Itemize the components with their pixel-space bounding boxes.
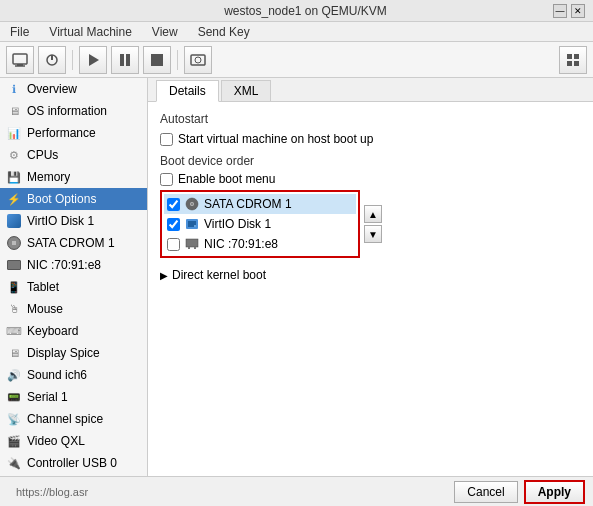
boot-item-virtio-disk[interactable]: VirtIO Disk 1 [164, 214, 356, 234]
svg-rect-0 [13, 54, 27, 64]
serial-icon: 📟 [6, 389, 22, 405]
os-icon: 🖥 [6, 103, 22, 119]
details-icon [565, 52, 581, 68]
sidebar-item-label-display: Display Spice [27, 346, 100, 360]
content-panel: Autostart Start virtual machine on host … [148, 102, 593, 476]
cpu-icon: ⚙ [6, 147, 22, 163]
sidebar-item-label-usb: Controller USB 0 [27, 456, 117, 470]
sidebar-item-tablet[interactable]: 📱 Tablet [0, 276, 147, 298]
direct-kernel-boot-label: Direct kernel boot [172, 268, 266, 282]
sidebar-item-label-keyboard: Keyboard [27, 324, 78, 338]
sidebar-item-serial[interactable]: 📟 Serial 1 [0, 386, 147, 408]
sidebar-item-sata-cdrom[interactable]: SATA CDROM 1 [0, 232, 147, 254]
autostart-checkbox[interactable] [160, 133, 173, 146]
autostart-section-title: Autostart [160, 112, 581, 126]
sidebar-item-controller-pci[interactable]: 🔌 Controller PCI 0 [0, 474, 147, 476]
toolbar [0, 42, 593, 78]
toolbar-power-btn[interactable] [38, 46, 66, 74]
sidebar-item-nic[interactable]: NIC :70:91:e8 [0, 254, 147, 276]
virtio-disk-icon [6, 213, 22, 229]
tabs: Details XML [148, 78, 593, 102]
enable-boot-menu-row: Enable boot menu [160, 172, 581, 186]
sidebar-item-video-qxl[interactable]: 🎬 Video QXL [0, 430, 147, 452]
sidebar-item-cpus[interactable]: ⚙ CPUs [0, 144, 147, 166]
sidebar-item-label-sound: Sound ich6 [27, 368, 87, 382]
sidebar-item-keyboard[interactable]: ⌨ Keyboard [0, 320, 147, 342]
toolbar-stop-btn[interactable] [143, 46, 171, 74]
sidebar-item-mouse[interactable]: 🖱 Mouse [0, 298, 147, 320]
status-bar-url: https://blog.asr [16, 486, 88, 498]
direct-kernel-boot-header[interactable]: ▶ Direct kernel boot [160, 268, 581, 282]
svg-rect-13 [567, 61, 572, 66]
video-icon: 🎬 [6, 433, 22, 449]
boot-item-nic-icon [184, 236, 200, 252]
sidebar-item-os-info[interactable]: 🖥 OS information [0, 100, 147, 122]
svg-point-10 [195, 57, 201, 63]
svg-rect-11 [567, 54, 572, 59]
boot-device-order-label: Boot device order [160, 154, 581, 168]
sidebar-item-label-cpu: CPUs [27, 148, 58, 162]
sidebar-item-label-video: Video QXL [27, 434, 85, 448]
sidebar-item-channel-spice[interactable]: 📡 Channel spice [0, 408, 147, 430]
boot-item-nic[interactable]: NIC :70:91:e8 [164, 234, 356, 254]
sidebar-item-label-tablet: Tablet [27, 280, 59, 294]
boot-item-virtio-disk-checkbox[interactable] [167, 218, 180, 231]
main-container: ℹ Overview 🖥 OS information 📊 Performanc… [0, 78, 593, 476]
svg-point-17 [191, 203, 193, 205]
sidebar-item-overview[interactable]: ℹ Overview [0, 78, 147, 100]
tab-xml[interactable]: XML [221, 80, 272, 101]
mouse-icon: 🖱 [6, 301, 22, 317]
sidebar-item-label-nic: NIC :70:91:e8 [27, 258, 101, 272]
menu-virtual-machine[interactable]: Virtual Machine [43, 23, 138, 41]
menu-view[interactable]: View [146, 23, 184, 41]
play-icon [85, 52, 101, 68]
menu-send-key[interactable]: Send Key [192, 23, 256, 41]
display-icon: 🖥 [6, 345, 22, 361]
menu-bar: File Virtual Machine View Send Key [0, 22, 593, 42]
sidebar-item-controller-usb[interactable]: 🔌 Controller USB 0 [0, 452, 147, 474]
toolbar-sep-1 [72, 50, 73, 70]
minimize-button[interactable]: — [553, 4, 567, 18]
title-bar-controls: — ✕ [553, 4, 585, 18]
boot-item-sata-cdrom-checkbox[interactable] [167, 198, 180, 211]
sidebar-item-display-spice[interactable]: 🖥 Display Spice [0, 342, 147, 364]
toolbar-play-btn[interactable] [79, 46, 107, 74]
sidebar-item-virtio-disk[interactable]: VirtIO Disk 1 [0, 210, 147, 232]
svg-rect-8 [151, 54, 163, 66]
apply-button[interactable]: Apply [524, 480, 585, 504]
boot-icon: ⚡ [6, 191, 22, 207]
title-bar-text: westos_node1 on QEMU/KVM [58, 4, 553, 18]
sidebar-item-boot-options[interactable]: ⚡ Boot Options [0, 188, 147, 210]
svg-rect-12 [574, 54, 579, 59]
toolbar-monitor-btn[interactable] [6, 46, 34, 74]
cancel-button[interactable]: Cancel [454, 481, 517, 503]
boot-item-sata-cdrom-icon [184, 196, 200, 212]
boot-item-sata-cdrom[interactable]: SATA CDROM 1 [164, 194, 356, 214]
boot-item-virtio-disk-icon [184, 216, 200, 232]
sidebar-item-sound[interactable]: 🔊 Sound ich6 [0, 364, 147, 386]
svg-rect-7 [126, 54, 130, 66]
svg-rect-22 [188, 247, 190, 249]
cdrom-icon [6, 235, 22, 251]
toolbar-pause-btn[interactable] [111, 46, 139, 74]
usb-icon: 🔌 [6, 455, 22, 471]
tab-details[interactable]: Details [156, 80, 219, 102]
sidebar-item-label-overview: Overview [27, 82, 77, 96]
sidebar-item-performance[interactable]: 📊 Performance [0, 122, 147, 144]
boot-order-up-btn[interactable]: ▲ [364, 205, 382, 223]
monitor-icon [12, 52, 28, 68]
svg-rect-21 [186, 239, 198, 247]
boot-order-down-btn[interactable]: ▼ [364, 225, 382, 243]
toolbar-snapshot-btn[interactable] [184, 46, 212, 74]
sidebar-item-label-sata-cdrom: SATA CDROM 1 [27, 236, 115, 250]
channel-icon: 📡 [6, 411, 22, 427]
sidebar-item-label-performance: Performance [27, 126, 96, 140]
close-button[interactable]: ✕ [571, 4, 585, 18]
boot-item-nic-checkbox[interactable] [167, 238, 180, 251]
enable-boot-menu-checkbox[interactable] [160, 173, 173, 186]
menu-file[interactable]: File [4, 23, 35, 41]
enable-boot-menu-label: Enable boot menu [178, 172, 275, 186]
autostart-checkbox-label: Start virtual machine on host boot up [178, 132, 373, 146]
toolbar-details-btn[interactable] [559, 46, 587, 74]
sidebar-item-memory[interactable]: 💾 Memory [0, 166, 147, 188]
